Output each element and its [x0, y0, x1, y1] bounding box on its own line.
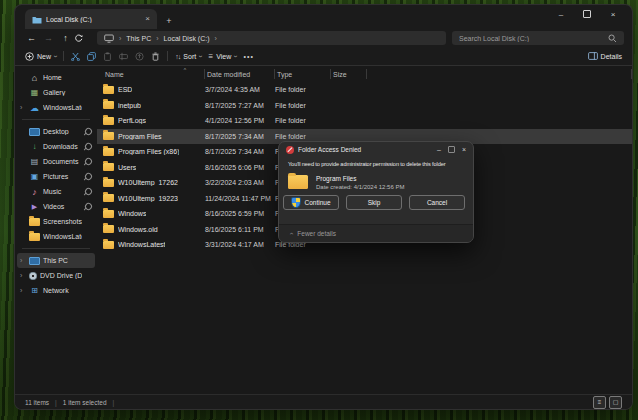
sidebar-item-label: This PC [43, 257, 82, 264]
network-icon [29, 286, 40, 295]
rename-button[interactable] [119, 52, 128, 61]
folder-icon [103, 194, 114, 202]
cut-button[interactable] [71, 52, 80, 61]
sidebar-item[interactable]: › Desktop [17, 124, 95, 139]
sidebar-item-label: Music [43, 188, 82, 195]
dvd-icon [29, 272, 37, 280]
breadcrumb-this-pc[interactable]: This PC [126, 35, 151, 42]
cancel-button[interactable]: Cancel [409, 195, 465, 210]
column-header-size[interactable]: Size [331, 69, 367, 79]
paste-icon [103, 52, 112, 61]
folder-access-denied-dialog: Folder Access Denied – × You'll need to … [278, 141, 474, 243]
skip-button[interactable]: Skip [346, 195, 402, 210]
sidebar-item[interactable]: › Screenshots [17, 214, 95, 229]
monitor-icon [104, 34, 114, 43]
delete-button[interactable] [151, 52, 160, 61]
column-header-name[interactable]: Name [103, 69, 205, 79]
sort-button[interactable]: ↑↓ Sort › [175, 53, 201, 60]
dialog-maximize-button[interactable] [448, 146, 455, 153]
column-header-date-modified[interactable]: Date modified [205, 69, 275, 79]
trash-icon [151, 52, 160, 61]
toolbar-divider [167, 51, 168, 61]
fewer-details-toggle[interactable]: › Fewer details [279, 224, 473, 242]
sidebar-item[interactable]: › WindowsLatest [17, 229, 95, 244]
tab-local-disk-c[interactable]: Local Disk (C:) × [25, 9, 157, 29]
copy-button[interactable] [87, 52, 96, 61]
column-header-blank [367, 69, 632, 79]
file-name: Program Files (x86) [118, 148, 179, 155]
folder-icon [103, 117, 114, 125]
sidebar-item[interactable]: › Gallery [17, 85, 95, 100]
dialog-folder-info: Program Files Date created: 4/1/2024 12:… [279, 169, 473, 190]
maximize-button[interactable] [574, 5, 600, 23]
file-type: File folder [275, 133, 331, 140]
new-button[interactable]: New › [25, 52, 56, 61]
dialog-buttons: Continue Skip Cancel [279, 190, 473, 210]
onedrive-icon [29, 103, 40, 113]
see-more-button[interactable]: ••• [244, 53, 254, 60]
videos-icon [29, 203, 40, 211]
status-bar: 11 items | 1 item selected | ≡ ▢ [15, 394, 632, 409]
details-pane-button[interactable]: Details [588, 52, 622, 60]
file-date-modified: 4/1/2024 12:56 PM [205, 117, 275, 124]
details-view-button[interactable]: ≡ [593, 396, 606, 409]
refresh-button[interactable] [74, 34, 91, 43]
up-button[interactable]: ↑ [57, 33, 74, 43]
chevron-right-icon[interactable]: › [20, 272, 26, 279]
large-icons-view-button[interactable]: ▢ [609, 396, 622, 409]
sidebar-item-label: DVD Drive (D:) CCC [40, 272, 82, 279]
sidebar-item[interactable]: › WindowsLatest - Pe [17, 100, 95, 115]
continue-button[interactable]: Continue [283, 195, 339, 210]
sidebar-item[interactable]: › This PC [17, 253, 95, 268]
sidebar-item[interactable]: › Documents [17, 154, 95, 169]
details-label: Details [601, 53, 622, 60]
close-button[interactable]: × [600, 5, 626, 23]
sort-label: Sort [183, 53, 196, 60]
forward-button[interactable]: → [40, 33, 57, 43]
sidebar-group-system: › This PC › DVD Drive (D:) CCC › [17, 253, 95, 298]
sidebar-item[interactable]: › Downloads [17, 139, 95, 154]
dialog-minimize-button[interactable]: – [437, 146, 441, 153]
sidebar-item-label: Downloads [43, 143, 82, 150]
sidebar-item[interactable]: › DVD Drive (D:) CCC [17, 268, 95, 283]
file-name: Windows [118, 210, 146, 217]
sidebar-group-pinned: › Desktop › Downloads › [17, 124, 95, 244]
chevron-right-icon[interactable]: › [20, 257, 26, 264]
dialog-window-controls: – × [437, 146, 466, 153]
file-row[interactable]: inetpub 8/17/2025 7:27 AM File folder [97, 98, 632, 114]
sidebar-group-quick: › Home › Gallery › [17, 70, 95, 115]
file-row[interactable]: ESD 3/7/2024 4:35 AM File folder [97, 82, 632, 98]
tab-close-icon[interactable]: × [145, 15, 150, 23]
file-date-modified: 11/24/2024 11:47 PM [205, 195, 275, 202]
sidebar-item[interactable]: › Videos [17, 199, 95, 214]
share-button[interactable] [135, 52, 144, 61]
sidebar-item[interactable]: › Pictures [17, 169, 95, 184]
paste-button[interactable] [103, 52, 112, 61]
pin-icon [84, 157, 94, 167]
file-date-modified: 8/17/2025 7:34 AM [205, 148, 275, 155]
file-row[interactable]: PerfLogs 4/1/2024 12:56 PM File folder [97, 113, 632, 129]
sidebar-item[interactable]: › Home [17, 70, 95, 85]
file-name: PerfLogs [118, 117, 146, 124]
minimize-button[interactable]: – [548, 5, 574, 23]
view-button[interactable]: ≡ View › [209, 52, 237, 61]
chevron-right-icon[interactable]: › [20, 104, 26, 111]
back-button[interactable]: ← [23, 33, 40, 43]
column-headers: Name Date modified Type Size › [97, 66, 632, 82]
file-type: File folder [275, 102, 331, 109]
sidebar-item-label: Screenshots [43, 218, 82, 225]
dialog-close-button[interactable]: × [462, 146, 466, 153]
folder-icon [29, 218, 40, 226]
chevron-right-icon[interactable]: › [20, 287, 26, 294]
dialog-title-bar: Folder Access Denied – × [279, 142, 473, 157]
sidebar-item[interactable]: › Network [17, 283, 95, 298]
sidebar-divider [22, 119, 90, 120]
sidebar-item-label: Home [43, 74, 82, 81]
column-header-type[interactable]: Type [275, 69, 331, 79]
breadcrumb[interactable]: › This PC › Local Disk (C:) › [97, 31, 446, 45]
search-box[interactable]: Search Local Disk (C:) [452, 31, 624, 45]
folder-icon [288, 175, 308, 189]
sidebar-item[interactable]: › Music [17, 184, 95, 199]
breadcrumb-local-disk-c[interactable]: Local Disk (C:) [164, 35, 210, 42]
new-tab-button[interactable]: + [161, 16, 177, 29]
